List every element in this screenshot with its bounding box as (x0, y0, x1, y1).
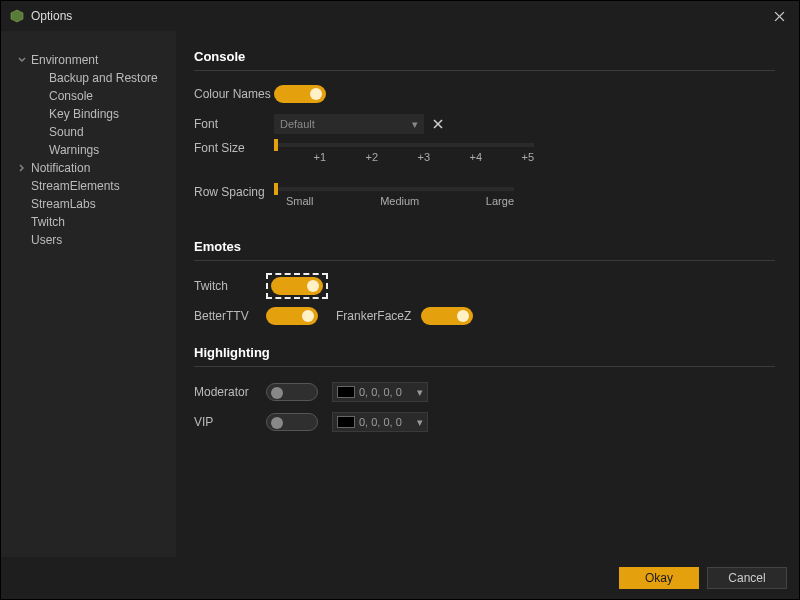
colour-names-label: Colour Names (194, 87, 274, 101)
window-title: Options (31, 9, 72, 23)
font-size-ticks: +1 +2 +3 +4 +5 (274, 151, 534, 163)
svg-marker-0 (11, 10, 23, 22)
ffz-emote-toggle[interactable] (421, 307, 473, 325)
bttv-emote-toggle[interactable] (266, 307, 318, 325)
sidebar-item-label: Notification (31, 161, 90, 175)
chevron-down-icon: ▾ (417, 386, 423, 399)
font-label: Font (194, 117, 274, 131)
section-title-console: Console (194, 49, 775, 64)
sidebar-item-environment[interactable]: Environment (1, 51, 176, 69)
section-rule (194, 70, 775, 71)
sidebar-item-label: StreamLabs (31, 197, 96, 211)
color-swatch (337, 416, 355, 428)
twitch-emote-toggle[interactable] (271, 277, 323, 295)
sidebar-item-console[interactable]: Console (1, 87, 176, 105)
font-clear-button[interactable] (428, 114, 448, 134)
sidebar-item-streamelements[interactable]: StreamElements (1, 177, 176, 195)
sidebar-item-notification[interactable]: Notification (1, 159, 176, 177)
ffz-emote-label: FrankerFaceZ (336, 309, 411, 323)
sidebar-item-key-bindings[interactable]: Key Bindings (1, 105, 176, 123)
vip-toggle[interactable] (266, 413, 318, 431)
titlebar: Options (1, 1, 799, 31)
twitch-emote-label: Twitch (194, 279, 266, 293)
row-spacing-ticks: Small Medium Large (274, 195, 514, 207)
section-title-emotes: Emotes (194, 239, 775, 254)
sidebar-item-warnings[interactable]: Warnings (1, 141, 176, 159)
sidebar-item-label: Warnings (49, 143, 99, 157)
color-swatch (337, 386, 355, 398)
color-value: 0, 0, 0, 0 (359, 416, 402, 428)
sidebar-item-label: Sound (49, 125, 84, 139)
sidebar-item-twitch[interactable]: Twitch (1, 213, 176, 231)
sidebar-item-label: Users (31, 233, 62, 247)
content-panel: Console Colour Names Font Default ▾ (176, 31, 799, 557)
focus-ring (266, 273, 328, 299)
font-value: Default (280, 118, 315, 130)
vip-color-picker[interactable]: 0, 0, 0, 0 ▾ (332, 412, 428, 432)
sidebar-item-streamlabs[interactable]: StreamLabs (1, 195, 176, 213)
font-combobox[interactable]: Default ▾ (274, 114, 424, 134)
ok-button[interactable]: Okay (619, 567, 699, 589)
sidebar-item-label: StreamElements (31, 179, 120, 193)
moderator-toggle[interactable] (266, 383, 318, 401)
sidebar-tree: Environment Backup and Restore Console K… (1, 31, 176, 557)
bttv-emote-label: BetterTTV (194, 309, 266, 323)
sidebar-item-backup-restore[interactable]: Backup and Restore (1, 69, 176, 87)
colour-names-toggle[interactable] (274, 85, 326, 103)
font-size-slider[interactable] (274, 143, 534, 147)
row-spacing-label: Row Spacing (194, 185, 274, 199)
color-value: 0, 0, 0, 0 (359, 386, 402, 398)
dialog-footer: Okay Cancel (1, 557, 799, 599)
vip-label: VIP (194, 415, 266, 429)
sidebar-item-label: Twitch (31, 215, 65, 229)
sidebar-item-sound[interactable]: Sound (1, 123, 176, 141)
font-size-label: Font Size (194, 141, 274, 155)
sidebar-item-users[interactable]: Users (1, 231, 176, 249)
section-rule (194, 260, 775, 261)
chevron-right-icon (17, 163, 27, 173)
chevron-down-icon (17, 55, 27, 65)
chevron-down-icon: ▾ (417, 416, 423, 429)
sidebar-item-label: Key Bindings (49, 107, 119, 121)
chevron-down-icon: ▾ (412, 118, 418, 131)
sidebar-item-label: Environment (31, 53, 98, 67)
sidebar-item-label: Backup and Restore (49, 71, 158, 85)
moderator-label: Moderator (194, 385, 266, 399)
app-icon (9, 8, 25, 24)
window-close-button[interactable] (759, 1, 799, 31)
sidebar-item-label: Console (49, 89, 93, 103)
section-rule (194, 366, 775, 367)
section-title-highlighting: Highlighting (194, 345, 775, 360)
moderator-color-picker[interactable]: 0, 0, 0, 0 ▾ (332, 382, 428, 402)
options-window: Options Environment Backup and Restore C… (0, 0, 800, 600)
row-spacing-slider[interactable] (274, 187, 514, 191)
cancel-button[interactable]: Cancel (707, 567, 787, 589)
